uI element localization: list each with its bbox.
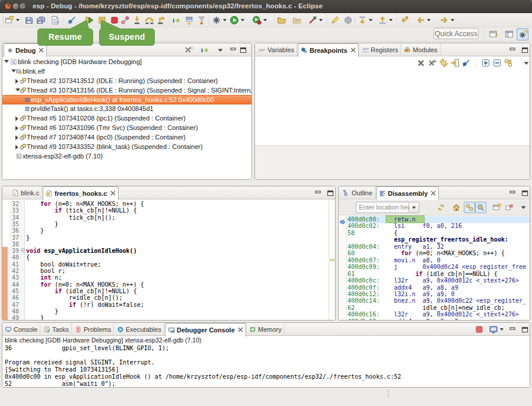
- debug-tree-row[interactable]: Thread #3 1073413156 (IDLE : Running) (S…: [2, 86, 251, 96]
- tab-executables[interactable]: Executables: [114, 323, 164, 336]
- disassembly-line[interactable]: 58 {: [347, 230, 530, 237]
- debug-tree-row[interactable]: blink.elf: [2, 67, 251, 77]
- tab-problems[interactable]: Problems: [72, 323, 114, 336]
- overview-ruler[interactable]: [329, 200, 335, 320]
- code-line: }: [26, 227, 44, 234]
- location-input[interactable]: Enter location here: [356, 202, 409, 213]
- minimize-button[interactable]: [509, 190, 516, 196]
- remove-all-breakpoints-button[interactable]: [428, 58, 437, 68]
- close-tab-icon[interactable]: [431, 191, 436, 197]
- close-tab-icon[interactable]: [238, 327, 243, 334]
- expand-arrow-icon[interactable]: [15, 116, 18, 121]
- tab-freertos-hooks-c[interactable]: cfreertos_hooks.c: [43, 186, 119, 200]
- remove-breakpoint-button[interactable]: [416, 58, 426, 68]
- expand-all-button[interactable]: [481, 58, 490, 68]
- collapse-arrow-icon[interactable]: [4, 60, 9, 63]
- tab-blink-c[interactable]: cblink.c: [9, 186, 42, 199]
- tab-outline[interactable]: Outline: [340, 186, 375, 199]
- debug-tree-row[interactable]: Cblink checking [GDB Hardware Debugging]: [2, 58, 251, 67]
- link-with-debug-view-toggle[interactable]: [504, 58, 513, 68]
- track-expression-icon: [476, 203, 485, 212]
- refresh-button[interactable]: [436, 202, 446, 212]
- close-tab-icon: [238, 327, 243, 332]
- view-menu-button[interactable]: [523, 60, 530, 66]
- disassembly-listing[interactable]: 400d0c00: retw.n400d0c02: lsi f0, a0, 21…: [347, 216, 530, 320]
- overview-marker[interactable]: [330, 259, 335, 261]
- tab-label: Memory: [258, 326, 282, 333]
- disassembly-line[interactable]: 400d0c00: retw.n: [347, 216, 530, 223]
- breakpoints-list[interactable]: [255, 71, 530, 145]
- close-tab-icon[interactable]: [110, 191, 116, 197]
- disassembly-line[interactable]: 400d0c0c: l32r a9, 0x400d012c <_stext+27…: [347, 277, 530, 284]
- disassembly-line[interactable]: 400d0c14: bnez.n a9, 0x400d0c22 <esp_reg…: [347, 297, 530, 304]
- tab-memory[interactable]: Memory: [247, 323, 285, 336]
- sync-selection-toggle[interactable]: [464, 202, 475, 213]
- tab-disassembly[interactable]: Disassembly: [376, 186, 439, 200]
- disassembly-line[interactable]: 400d0c12: l32i.n a9, a9, 0: [347, 291, 530, 298]
- expand-arrow-icon[interactable]: [15, 126, 18, 131]
- disassembly-line[interactable]: 400d0c09: j 0x400d0c24 <esp_register_fre…: [347, 264, 530, 271]
- home-button[interactable]: [451, 202, 461, 212]
- code-text[interactable]: for (n=0; n<MAX_HOOKS; n++) { if (tick_c…: [26, 200, 329, 320]
- location-dropdown-button[interactable]: [409, 202, 419, 213]
- disassembly-line[interactable]: 400d0c04: entry a1, 32: [347, 243, 530, 250]
- close-tab-icon[interactable]: [39, 47, 44, 54]
- pin-view-button[interactable]: [504, 202, 514, 212]
- stack-frame-icon: [24, 105, 31, 112]
- collapse-all-icon: [492, 58, 502, 68]
- debug-tree-row[interactable]: Thread #6 1073431096 (Tmr Svc) (Suspende…: [2, 123, 251, 133]
- minimize-button[interactable]: [509, 47, 516, 53]
- disassembly-line[interactable]: 60 for (n=0; n<MAX_HOOKS; n++) {: [347, 250, 530, 257]
- tab-console[interactable]: Console: [2, 323, 40, 336]
- skip-all-breakpoints-toggle[interactable]: [461, 58, 471, 68]
- minimize-panel-icon: [509, 190, 516, 196]
- code-line: if (!r) doWait=false;: [26, 302, 144, 308]
- tab-debugger-console[interactable]: Debugger Console: [165, 323, 246, 337]
- minimize-button[interactable]: [509, 326, 516, 333]
- collapse-all-button[interactable]: [492, 58, 502, 68]
- status-grip[interactable]: [388, 391, 389, 398]
- expand-arrow-icon[interactable]: [15, 135, 18, 140]
- debug-tree-row[interactable]: xtensa-esp32-elf-gdb (7.10): [2, 152, 251, 161]
- console-output[interactable]: blink checking [GDB Hardware Debugging] …: [2, 337, 530, 387]
- disassembly-line[interactable]: esp_register_freertos_idle_hook:: [347, 236, 530, 243]
- track-expression-toggle[interactable]: [475, 202, 486, 213]
- disassembly-line[interactable]: 400d0c16: l32r a9, 0x400d012c <_stext+27…: [347, 311, 530, 318]
- disassembly-line[interactable]: 400d0c0f: addx4 a9, a8, a9: [347, 284, 530, 291]
- debug-tree-row[interactable]: esp_vApplicationIdleHook() at freertos_h…: [2, 95, 251, 104]
- debug-tree-row[interactable]: Thread #5 1073410208 (ipc1) (Suspended :…: [2, 114, 251, 123]
- view-menu-button[interactable]: [217, 47, 224, 53]
- maximize-button[interactable]: [521, 190, 528, 196]
- tab-tasks[interactable]: Tasks: [41, 323, 72, 336]
- expand-arrow-icon[interactable]: [15, 145, 18, 150]
- debug-tree-row[interactable]: Thread #7 1073408744 (ipc0) (Suspended :…: [2, 133, 251, 142]
- disassembly-line[interactable]: 400d0c07: movi.n a8, 0: [347, 257, 530, 264]
- debug-tree-row[interactable]: Thread #9 1073433352 (blink_task) (Suspe…: [2, 142, 251, 152]
- debug-tree-row[interactable]: prvIdleTask() at tasks.c:3,338 0x400845d…: [2, 104, 251, 114]
- disassembly-line[interactable]: 61 if (idle_cb[n]==NULL) {: [347, 271, 530, 278]
- callout-label: Resume: [49, 32, 82, 42]
- maximize-button[interactable]: [521, 47, 528, 53]
- disassembly-line[interactable]: 400d0c19: addx4 a9, a8, a9: [347, 318, 530, 321]
- minimize-button[interactable]: [314, 190, 321, 196]
- display-selected-console-button[interactable]: [489, 325, 504, 334]
- terminate-button[interactable]: [474, 325, 484, 334]
- expand-arrow-icon[interactable]: [15, 79, 18, 84]
- maximize-button[interactable]: [240, 47, 247, 53]
- fold-collapse-icon[interactable]: [21, 248, 25, 252]
- debug-tree-row[interactable]: Thread #2 1073413512 (IDLE : Running) (S…: [2, 77, 251, 86]
- maximize-button[interactable]: [521, 326, 528, 333]
- new-view-button[interactable]: [492, 202, 502, 212]
- close-tab-icon: [351, 47, 356, 53]
- dropdown-arrow-icon[interactable]: [500, 328, 504, 331]
- code-editor[interactable]: 323334353637383940414243444546474849 for…: [2, 200, 335, 320]
- disassembly-line[interactable]: 400d0c02: lsi f0, a0, 216: [347, 223, 530, 230]
- go-to-file-button[interactable]: [450, 58, 460, 68]
- show-breakpoints-for-target-button[interactable]: [439, 58, 448, 68]
- view-menu-button[interactable]: [520, 204, 527, 211]
- close-tab-icon[interactable]: [351, 47, 356, 54]
- close-tab-icon: [110, 191, 116, 196]
- minimize-button[interactable]: [230, 47, 237, 53]
- disassembly-line[interactable]: 62 idle_cb[n]=new_idle_cb;: [347, 304, 530, 312]
- maximize-button[interactable]: [327, 190, 334, 196]
